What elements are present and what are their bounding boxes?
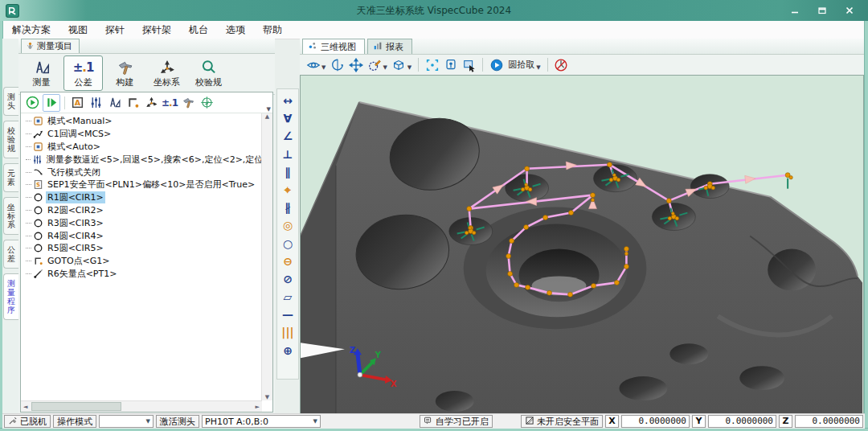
tol-circularity-icon[interactable]: ○ xyxy=(279,236,297,252)
toolbar-overflow-icon[interactable]: ▼ xyxy=(267,106,271,113)
tab-measure-project[interactable]: 测量项目 xyxy=(21,39,80,53)
tree-item[interactable]: R6矢量点<PT1> xyxy=(21,268,262,281)
tree-item-label: R1圆<CIR1> xyxy=(46,191,105,203)
menu-item[interactable]: 视图 xyxy=(59,22,96,39)
menu-item[interactable]: 选项 xyxy=(217,22,254,39)
tree-item[interactable]: C1回调<MCS> xyxy=(21,128,262,141)
run-step-icon[interactable] xyxy=(43,94,60,112)
tree-item[interactable]: R3圆<CIR3> xyxy=(21,216,262,229)
tree-item[interactable]: 模式<Manual> xyxy=(21,115,262,128)
tree-vertical-scrollbar[interactable]: ▲ ▼ xyxy=(261,113,272,400)
tree-item[interactable]: GOTO点<G1> xyxy=(21,255,262,268)
ribbon-tolerance-button[interactable]: ±.1公差 xyxy=(63,55,103,91)
tree-item[interactable]: SSEP1安全平面<PLN1>偏移<10>是否启用<True> xyxy=(21,179,262,191)
auto-label-icon[interactable]: A xyxy=(69,95,85,111)
viewport-3d[interactable]: X Y Z xyxy=(300,75,864,414)
circle-pick-label[interactable]: 圆拾取 xyxy=(508,59,534,71)
construct-icon[interactable] xyxy=(180,95,196,111)
tol-position-icon[interactable]: ⌖ xyxy=(279,183,297,198)
tol-concentricity-icon[interactable]: ◎ xyxy=(279,218,297,233)
tol-symmetry-icon[interactable]: ||| xyxy=(279,325,297,340)
tree-item[interactable]: R4圆<CIR4> xyxy=(21,229,262,242)
measure-params-icon[interactable] xyxy=(88,95,104,111)
scroll-up-icon[interactable]: ▲ xyxy=(263,113,272,120)
tree-horizontal-scrollbar[interactable]: ◄ ► xyxy=(21,400,262,412)
sidebar-tab[interactable]: 测 头 xyxy=(3,87,18,116)
coord-axis-label: Y xyxy=(692,415,706,428)
scroll-right-icon[interactable]: ► xyxy=(253,404,262,410)
tree-item[interactable]: 飞行模式关闭 xyxy=(21,166,262,179)
tol-circular-runout-icon[interactable]: ⊖ xyxy=(279,254,297,269)
tol-angle-icon[interactable]: ∠ xyxy=(279,129,297,144)
ribbon-measure-button[interactable]: 测量 xyxy=(22,55,61,91)
tol-perpendicularity-icon[interactable]: ⊥ xyxy=(279,147,297,162)
close-button[interactable] xyxy=(837,2,862,18)
circle-icon xyxy=(33,243,43,253)
view-eye-icon[interactable] xyxy=(305,56,321,73)
menu-item[interactable]: 机台 xyxy=(180,22,217,39)
window-select-icon[interactable] xyxy=(461,56,477,73)
tree-item[interactable]: 模式<Auto> xyxy=(21,141,262,154)
sidebar-tab[interactable]: 校 验 规 xyxy=(3,121,18,158)
measure-ribbon: 测量±.1公差构建坐标系校验规 xyxy=(18,54,275,95)
run-program-icon[interactable] xyxy=(24,95,40,111)
coordinate-system-icon[interactable] xyxy=(143,95,159,111)
chevron-down-icon[interactable]: ▼ xyxy=(383,64,387,71)
goto-point-icon[interactable] xyxy=(125,95,141,111)
tree-item[interactable]: R5圆<CIR5> xyxy=(21,242,262,255)
tab-reporttab[interactable]: 报表 xyxy=(367,39,412,54)
tol-total-runout-icon[interactable]: ⊘ xyxy=(279,272,297,287)
sidebar-tab[interactable]: 测 量 程 序 xyxy=(3,273,18,320)
program-tree-box: A±.1▼ 模式<Manual>C1回调<MCS>模式<Auto>测量参数逼近<… xyxy=(20,92,273,413)
probe-disabled-icon[interactable] xyxy=(553,56,570,73)
tol-straightness-icon[interactable]: — xyxy=(279,307,297,322)
orbit-rotate-icon[interactable] xyxy=(329,56,346,73)
ribbon-gauge-button[interactable]: 校验规 xyxy=(189,55,228,91)
view-cube-icon[interactable] xyxy=(391,56,407,73)
chevron-down-icon[interactable]: ▼ xyxy=(536,64,540,71)
pan-move-icon[interactable] xyxy=(347,56,364,73)
goto-icon xyxy=(33,256,43,266)
zoom-fit-icon[interactable] xyxy=(424,56,440,73)
tol-flatness-icon[interactable]: ▱ xyxy=(279,289,297,305)
tree-item[interactable]: 测量参数逼近<5>,回退<5>,搜索<6>,定位<2>,定位加<2>,测量 xyxy=(21,153,262,166)
ribbon-build-button[interactable]: 构建 xyxy=(105,55,145,91)
tol-true-position-icon[interactable]: ⊕ xyxy=(279,343,297,359)
tag-pin-icon[interactable] xyxy=(442,56,459,73)
sidebar-tab[interactable]: 元 素 xyxy=(3,163,18,192)
active-probe-select[interactable]: PH10T A:0,B:0▼ xyxy=(202,415,321,428)
tolerance-icon[interactable]: ±.1 xyxy=(162,95,178,111)
hole-small xyxy=(669,343,708,364)
sketch-pick-icon[interactable] xyxy=(366,56,383,73)
chevron-down-icon[interactable]: ▼ xyxy=(407,64,411,71)
chevron-down-icon[interactable]: ▼ xyxy=(321,64,326,71)
circle-icon xyxy=(33,218,43,228)
tol-parallelism-icon[interactable]: ∥ xyxy=(279,165,297,180)
sidebar-tab[interactable]: 公 差 xyxy=(3,240,18,269)
tree-item[interactable]: R2圆<CIR2> xyxy=(21,204,262,217)
tol-angularity-icon[interactable]: ∀ xyxy=(279,111,297,126)
maximize-button[interactable] xyxy=(810,2,834,18)
measure-element-icon[interactable] xyxy=(106,95,122,111)
menu-item[interactable]: 探针 xyxy=(96,22,133,39)
op-mode-select[interactable]: ▼ xyxy=(99,415,154,428)
minimize-button[interactable] xyxy=(783,2,807,18)
coord-value: 0.0000000 xyxy=(795,415,863,428)
sidebar-tab[interactable]: 坐 标 系 xyxy=(3,197,18,235)
menu-item[interactable]: 探针架 xyxy=(133,22,180,39)
probe-compass-icon[interactable] xyxy=(199,95,215,111)
tree-item[interactable]: R1圆<CIR1> xyxy=(21,191,262,204)
tree-item-label: 模式<Auto> xyxy=(46,141,102,153)
panel-tab-label: 测量项目 xyxy=(37,40,72,52)
tol-profile-slash-icon[interactable]: ∦ xyxy=(279,200,297,216)
ribbon-coordsys-button[interactable]: 坐标系 xyxy=(147,55,186,91)
play-pick-icon[interactable] xyxy=(488,56,505,73)
menu-item[interactable]: 帮助 xyxy=(254,22,291,39)
tol-distance-icon[interactable]: ↔ xyxy=(279,93,297,109)
scroll-down-icon[interactable]: ▼ xyxy=(263,394,272,400)
menu-item[interactable]: 解决方案 xyxy=(3,22,59,39)
scroll-thumb[interactable] xyxy=(31,402,121,411)
ribbon-label: 坐标系 xyxy=(154,76,180,88)
tab-view3dtab[interactable]: 三维视图 xyxy=(302,39,365,54)
scroll-left-icon[interactable]: ◄ xyxy=(21,404,30,410)
